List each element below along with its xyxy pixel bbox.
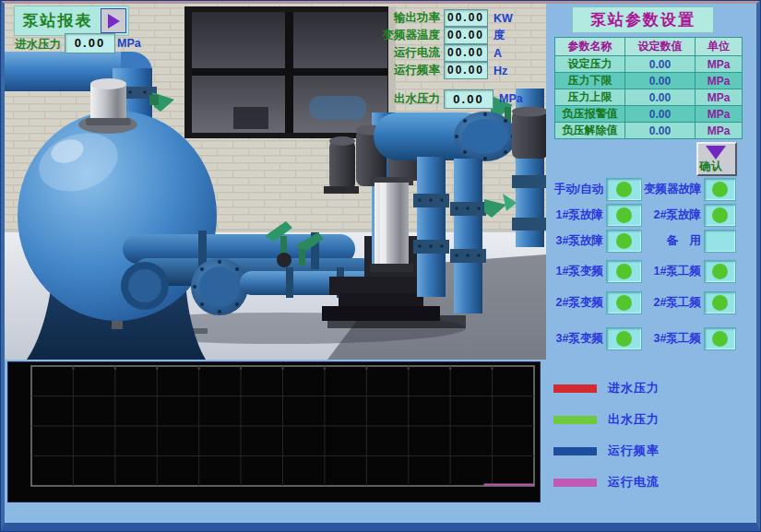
run-current-unit: A bbox=[493, 47, 502, 60]
status-label: 2#泵工频 bbox=[644, 291, 701, 314]
legend-label: 进水压力 bbox=[608, 380, 660, 396]
metrics-block: 输出功率 00.00 KW 变频器温度 00.00 度 运行电流 00.00 A… bbox=[374, 9, 523, 109]
report-play-button[interactable] bbox=[101, 8, 126, 33]
table-row: 负压解除值 0.00 MPa bbox=[555, 123, 743, 139]
down-triangle-icon bbox=[706, 146, 726, 160]
status-row: 1#泵变频 1#泵工频 bbox=[542, 260, 756, 283]
status-label: 1#泵变频 bbox=[542, 260, 603, 283]
report-button[interactable]: 泵站报表 bbox=[14, 6, 129, 36]
status-light bbox=[704, 291, 736, 314]
table-header-row: 参数名称 设定数值 单位 bbox=[555, 38, 743, 56]
status-light bbox=[704, 204, 736, 227]
legend-item: 运行频率 bbox=[553, 443, 660, 458]
param-value-field[interactable]: 0.00 bbox=[625, 106, 696, 123]
param-name: 设定压力 bbox=[555, 56, 625, 73]
inverter-temp-label: 变频器温度 bbox=[374, 28, 440, 43]
param-name: 压力下限 bbox=[555, 73, 625, 89]
play-icon bbox=[108, 14, 120, 29]
status-light bbox=[704, 230, 736, 253]
parameter-table: 参数名称 设定数值 单位 设定压力 0.00 MPa 压力下限 0.00 MPa… bbox=[554, 37, 743, 139]
legend-swatch-inlet-pressure bbox=[553, 384, 597, 393]
status-light bbox=[606, 230, 642, 253]
run-current-label: 运行电流 bbox=[374, 45, 440, 61]
param-unit: MPa bbox=[696, 73, 743, 89]
status-label: 1#泵故障 bbox=[542, 204, 603, 227]
param-unit: MPa bbox=[696, 56, 743, 73]
param-value-field[interactable]: 0.00 bbox=[625, 123, 696, 139]
inlet-pressure-value: 0.00 bbox=[65, 33, 115, 53]
status-label: 备 用 bbox=[644, 230, 701, 253]
param-unit: MPa bbox=[696, 89, 743, 106]
status-light bbox=[606, 204, 642, 227]
window bbox=[184, 6, 396, 138]
inlet-pressure-unit: MPa bbox=[117, 37, 141, 50]
status-label: 3#泵工频 bbox=[644, 327, 701, 350]
status-row: 手动/自动 变频器故障 bbox=[542, 178, 756, 201]
status-label: 1#泵工频 bbox=[644, 260, 701, 283]
confirm-button-label: 确认 bbox=[699, 159, 723, 174]
table-row: 设定压力 0.00 MPa bbox=[555, 56, 743, 73]
table-row: 压力上限 0.00 MPa bbox=[555, 89, 743, 106]
output-power-value: 00.00 bbox=[444, 9, 488, 27]
param-value-field[interactable]: 0.00 bbox=[625, 56, 696, 73]
status-label: 3#泵变频 bbox=[542, 327, 603, 350]
status-light bbox=[606, 327, 642, 350]
trend-chart bbox=[7, 361, 541, 502]
status-light bbox=[704, 260, 736, 283]
status-light bbox=[704, 327, 736, 350]
legend-label: 运行电流 bbox=[608, 474, 660, 491]
legend-swatch-run-current bbox=[553, 479, 597, 487]
col-set-value: 设定数值 bbox=[625, 38, 696, 56]
col-unit: 单位 bbox=[696, 38, 743, 56]
col-param-name: 参数名称 bbox=[555, 38, 625, 56]
status-label: 3#泵故障 bbox=[542, 230, 603, 253]
status-row: 2#泵变频 2#泵工频 bbox=[542, 291, 756, 314]
run-current-value: 00.00 bbox=[444, 44, 488, 62]
status-label: 2#泵故障 bbox=[644, 204, 701, 227]
param-unit: MPa bbox=[696, 123, 743, 139]
param-value-field[interactable]: 0.00 bbox=[625, 89, 696, 106]
legend-label: 运行频率 bbox=[608, 443, 660, 459]
output-power-unit: KW bbox=[493, 12, 513, 25]
status-light bbox=[606, 291, 642, 314]
inlet-pressure-label: 进水压力 bbox=[15, 37, 61, 53]
param-value-field[interactable]: 0.00 bbox=[625, 73, 696, 89]
status-label: 变频器故障 bbox=[644, 178, 701, 201]
status-light bbox=[606, 178, 642, 201]
status-row: 1#泵故障 2#泵故障 bbox=[542, 204, 756, 227]
table-row: 负压报警值 0.00 MPa bbox=[555, 106, 743, 123]
inverter-temp-value: 00.00 bbox=[444, 27, 488, 44]
run-frequency-value: 00.00 bbox=[444, 62, 488, 79]
run-frequency-label: 运行频率 bbox=[374, 63, 440, 78]
inverter-temp-unit: 度 bbox=[493, 28, 505, 43]
output-power-label: 输出功率 bbox=[374, 10, 440, 26]
outlet-pressure-unit: MPa bbox=[499, 92, 523, 105]
legend-item: 进水压力 bbox=[553, 381, 660, 396]
status-row: 3#泵变频 3#泵工频 bbox=[542, 327, 756, 350]
table-row: 压力下限 0.00 MPa bbox=[555, 73, 743, 89]
legend-label: 出水压力 bbox=[608, 411, 660, 428]
report-button-label: 泵站报表 bbox=[15, 7, 101, 34]
outlet-pressure-label: 出水压力 bbox=[374, 91, 440, 107]
legend-item: 出水压力 bbox=[553, 412, 660, 427]
param-unit: MPa bbox=[696, 106, 743, 123]
status-row: 3#泵故障 备 用 bbox=[542, 230, 756, 253]
status-light bbox=[704, 178, 736, 201]
status-label: 2#泵变频 bbox=[542, 291, 603, 314]
param-name: 压力上限 bbox=[555, 89, 625, 106]
legend-swatch-outlet-pressure bbox=[553, 416, 597, 424]
confirm-button[interactable]: 确认 bbox=[696, 142, 737, 176]
trend-chart-grid bbox=[8, 362, 540, 502]
param-name: 负压解除值 bbox=[555, 123, 625, 139]
settings-panel-title: 泵站参数设置 bbox=[572, 6, 714, 33]
outlet-pressure-value: 0.00 bbox=[444, 89, 493, 109]
param-name: 负压报警值 bbox=[555, 106, 625, 123]
pump-column bbox=[370, 177, 413, 272]
right-pump bbox=[512, 89, 546, 247]
run-frequency-unit: Hz bbox=[493, 65, 507, 77]
status-label: 手动/自动 bbox=[542, 178, 603, 201]
legend-item: 运行电流 bbox=[553, 475, 660, 490]
pump-station-hmi: 泵站报表 进水压力 0.00 MPa 输出功率 00.00 KW 变频器温度 0… bbox=[0, 0, 761, 532]
legend-swatch-run-frequency bbox=[553, 447, 597, 455]
status-light bbox=[606, 260, 642, 283]
